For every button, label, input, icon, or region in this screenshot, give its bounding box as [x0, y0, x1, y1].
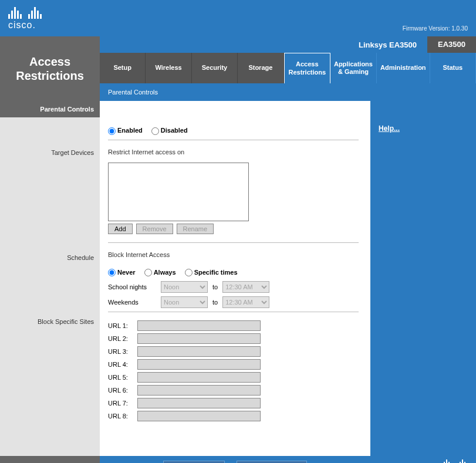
- schedule-mode-group: Never Always Specific times: [108, 269, 359, 277]
- url5-label: URL 5:: [108, 374, 137, 381]
- header-row: Access Restrictions Linksys EA3500 EA350…: [0, 36, 476, 101]
- side-block-sites: Block Specific Sites: [0, 315, 100, 329]
- url8-label: URL 8:: [108, 413, 137, 420]
- school-to-select[interactable]: 12:30 AM: [222, 281, 269, 293]
- cisco-logo-small: cisco.: [441, 458, 468, 463]
- footer-buttons: Save Settings Cancel Changes: [100, 456, 370, 463]
- tab-applications-gaming[interactable]: Applications & Gaming: [330, 53, 377, 83]
- restrict-label: Restrict Internet access on: [108, 148, 359, 156]
- help-column: Help...: [370, 101, 476, 456]
- enabled-label: Enabled: [117, 127, 143, 134]
- block-access-label: Block Internet Access: [108, 251, 359, 258]
- separator: [108, 242, 359, 243]
- separator: [108, 312, 359, 312]
- weekends-label: Weekends: [108, 299, 161, 306]
- tab-access-restrictions[interactable]: Access Restrictions: [284, 53, 330, 83]
- subnav-parental-controls[interactable]: Parental Controls: [100, 83, 476, 101]
- firmware-version: Firmware Version: 1.0.30: [403, 25, 468, 32]
- url3-label: URL 3:: [108, 348, 137, 355]
- main-content-row: Parental Controls Target Devices Schedul…: [0, 101, 476, 456]
- url6-input[interactable]: [137, 385, 261, 396]
- tab-storage[interactable]: Storage: [238, 53, 283, 83]
- cisco-bars-icon: [441, 458, 468, 463]
- url3-input[interactable]: [137, 346, 261, 357]
- url6-label: URL 6:: [108, 387, 137, 394]
- school-nights-label: School nights: [108, 283, 161, 290]
- cisco-logo: cisco.: [8, 6, 42, 31]
- to-label: to: [208, 283, 222, 290]
- save-settings-button[interactable]: Save Settings: [163, 461, 225, 463]
- main-tabs: Setup Wireless Security Storage Access R…: [100, 53, 476, 83]
- specific-radio[interactable]: [185, 269, 193, 276]
- cisco-bars-icon: [8, 6, 42, 19]
- tab-wireless[interactable]: Wireless: [146, 53, 191, 83]
- to-label: to: [208, 299, 222, 306]
- help-link[interactable]: Help...: [379, 124, 400, 133]
- side-parental-controls: Parental Controls: [0, 101, 100, 117]
- tab-status[interactable]: Status: [430, 53, 476, 83]
- always-label: Always: [154, 269, 176, 276]
- always-radio[interactable]: [144, 269, 152, 276]
- side-column: Parental Controls Target Devices Schedul…: [0, 101, 100, 456]
- weekends-from-select[interactable]: Noon: [161, 296, 208, 308]
- disabled-radio[interactable]: [151, 127, 159, 135]
- url2-input[interactable]: [137, 333, 261, 344]
- model-row: Linksys EA3500 EA3500: [100, 36, 476, 53]
- remove-button[interactable]: Remove: [136, 224, 173, 234]
- tab-security[interactable]: Security: [192, 53, 238, 83]
- url5-input[interactable]: [137, 372, 261, 383]
- content-panel: Enabled Disabled Restrict Internet acces…: [100, 101, 370, 456]
- url8-input[interactable]: [137, 411, 261, 421]
- school-nights-row: School nights Noon to 12:30 AM: [108, 281, 359, 293]
- never-label: Never: [117, 269, 136, 276]
- target-devices-list[interactable]: [108, 163, 249, 221]
- model-code: EA3500: [427, 36, 476, 53]
- enabled-radio[interactable]: [108, 127, 116, 135]
- footer-right: cisco.: [370, 456, 476, 463]
- rename-button[interactable]: Rename: [177, 224, 214, 234]
- footer-row: Save Settings Cancel Changes cisco.: [0, 456, 476, 463]
- side-target-devices: Target Devices: [0, 146, 100, 160]
- url2-label: URL 2:: [108, 335, 137, 342]
- brand-text: cisco.: [8, 20, 42, 31]
- enable-toggle-group: Enabled Disabled: [108, 127, 359, 135]
- url7-label: URL 7:: [108, 400, 137, 407]
- url1-label: URL 1:: [108, 322, 137, 329]
- url4-label: URL 4:: [108, 361, 137, 368]
- tab-administration[interactable]: Administration: [377, 53, 430, 83]
- weekends-to-select[interactable]: 12:30 AM: [222, 296, 269, 308]
- footer-left: [0, 456, 100, 463]
- page-title: Access Restrictions: [0, 36, 100, 101]
- specific-label: Specific times: [194, 269, 238, 276]
- model-name: Linksys EA3500: [348, 40, 427, 49]
- url4-input[interactable]: [137, 359, 261, 370]
- never-radio[interactable]: [108, 269, 116, 276]
- disabled-label: Disabled: [161, 127, 188, 134]
- url1-input[interactable]: [137, 320, 261, 331]
- school-from-select[interactable]: Noon: [161, 281, 208, 293]
- separator: [108, 140, 359, 140]
- tab-setup[interactable]: Setup: [100, 53, 146, 83]
- url7-input[interactable]: [137, 398, 261, 408]
- add-button[interactable]: Add: [108, 224, 133, 234]
- cancel-changes-button[interactable]: Cancel Changes: [237, 461, 306, 463]
- weekends-row: Weekends Noon to 12:30 AM: [108, 296, 359, 308]
- side-schedule: Schedule: [0, 251, 100, 265]
- top-banner: cisco. Firmware Version: 1.0.30: [0, 0, 476, 36]
